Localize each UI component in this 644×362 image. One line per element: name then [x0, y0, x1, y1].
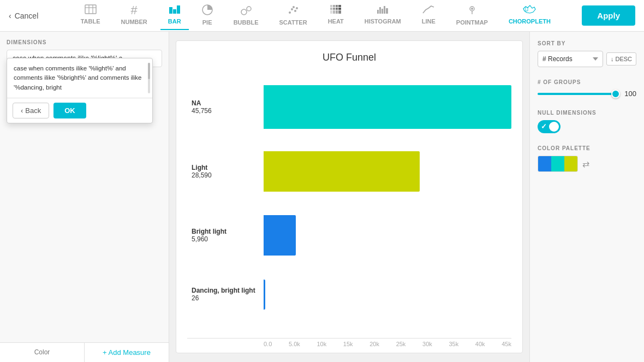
bar-name-dancing: Dancing, bright light [192, 287, 264, 294]
num-groups-section: # OF GROUPS 100 [538, 79, 636, 98]
bar-name-na: NA [192, 99, 264, 107]
svg-rect-15 [330, 5, 332, 7]
dropdown-text: case when comments ilike '%light%' and c… [14, 65, 141, 91]
pointmap-icon [466, 4, 478, 17]
tab-scatter[interactable]: SCATTER [271, 1, 314, 30]
bar-label-na: NA 45,756 [187, 99, 264, 115]
svg-rect-21 [336, 8, 338, 10]
bar-row-na: NA 45,756 [187, 84, 511, 130]
tab-pointmap[interactable]: POINTMAP [449, 1, 496, 30]
tab-pointmap-label: POINTMAP [456, 19, 488, 26]
color-tab[interactable]: Color [0, 343, 85, 362]
bar-label-bright: Bright light 5,960 [187, 228, 264, 243]
tab-heat[interactable]: HEAT [320, 1, 351, 30]
back-button[interactable]: ‹ Back [13, 103, 49, 118]
dropdown-actions: ‹ Back OK [7, 98, 152, 123]
x-axis-label-6: 30k [422, 341, 432, 347]
left-panel: DIMENSIONS case when comments ilike '%li… [0, 32, 169, 362]
svg-rect-29 [381, 9, 383, 14]
tab-bubble-label: BUBBLE [234, 19, 259, 26]
swap-icon[interactable]: ⇄ [582, 159, 589, 169]
svg-rect-25 [336, 10, 338, 14]
svg-rect-19 [330, 8, 332, 10]
svg-rect-26 [338, 10, 341, 14]
svg-point-13 [293, 6, 295, 8]
tab-number[interactable]: # NUMBER [114, 1, 155, 30]
x-axis-label-4: 20k [369, 341, 379, 347]
swatch-1 [551, 156, 564, 171]
bar-na [264, 85, 511, 129]
chart-title: UFO Funnel [187, 52, 511, 63]
svg-point-14 [296, 7, 298, 9]
ok-button[interactable]: OK [53, 103, 86, 118]
swatch-2 [564, 156, 577, 171]
tab-bubble[interactable]: BUBBLE [226, 1, 266, 30]
tab-histogram-label: HISTOGRAM [365, 18, 401, 25]
tab-pie[interactable]: PIE [194, 1, 220, 30]
choropleth-icon [522, 4, 536, 16]
right-panel: SORT BY # Records ↓ DESC # OF GROUPS 100 [529, 32, 644, 362]
palette-swatches[interactable] [538, 156, 578, 172]
dimensions-label: DIMENSIONS [7, 39, 162, 45]
svg-rect-5 [173, 9, 176, 14]
x-axis-label-8: 40k [475, 341, 485, 347]
groups-slider-track[interactable] [538, 93, 617, 95]
null-dimensions-toggle[interactable]: ✓ [538, 120, 560, 133]
tab-number-label: NUMBER [121, 19, 147, 25]
left-bottom-tabs: Color + Add Measure [0, 342, 169, 362]
tab-pie-label: PIE [202, 19, 212, 26]
tab-bar[interactable]: BAR [160, 1, 189, 30]
bar-value-bright: 5,960 [192, 235, 264, 243]
pie-icon [202, 4, 213, 17]
toggle-knob [549, 122, 559, 132]
table-icon [85, 4, 97, 16]
toggle-check-icon: ✓ [541, 122, 547, 130]
svg-rect-20 [333, 8, 335, 10]
tab-choropleth-label: CHOROPLETH [509, 18, 551, 25]
svg-rect-30 [384, 6, 385, 14]
tab-bar-label: BAR [168, 18, 181, 25]
add-measure-label: + Add Measure [103, 348, 151, 357]
main-layout: DIMENSIONS case when comments ilike '%li… [0, 32, 644, 362]
swatch-0 [538, 156, 551, 171]
desc-label: DESC [615, 56, 632, 62]
svg-point-11 [291, 8, 293, 10]
bar-label-dancing: Dancing, bright light 26 [187, 287, 264, 302]
bar-container-bright [264, 213, 511, 257]
tab-line[interactable]: LINE [414, 1, 443, 30]
line-icon [422, 4, 434, 16]
bar-icon [169, 4, 181, 16]
bar-name-bright: Bright light [192, 228, 264, 235]
apply-button[interactable]: Apply [582, 5, 635, 26]
x-axis: 0.0 5.0k 10k 15k 20k 25k 30k 35k 40k 45k [187, 338, 511, 347]
svg-rect-16 [333, 5, 335, 7]
x-axis-label-3: 15k [343, 341, 353, 347]
tab-line-label: LINE [422, 18, 436, 25]
bubble-icon [240, 4, 252, 17]
color-palette-section: COLOR PALETTE ⇄ [538, 145, 636, 172]
desc-badge[interactable]: ↓ DESC [606, 52, 636, 66]
svg-rect-22 [338, 8, 341, 10]
tab-histogram[interactable]: HISTOGRAM [357, 1, 409, 30]
add-measure-tab[interactable]: + Add Measure [85, 343, 169, 362]
cancel-label: Cancel [15, 11, 39, 20]
scrollbar-thumb [148, 63, 150, 79]
svg-rect-24 [333, 10, 335, 14]
bar-container-na [264, 84, 511, 130]
sort-select[interactable]: # Records [538, 51, 603, 67]
svg-rect-31 [386, 8, 388, 14]
null-dimensions-section: NULL DIMENSIONS ✓ [538, 110, 636, 133]
number-icon: # [131, 4, 138, 16]
svg-point-12 [294, 10, 296, 12]
sort-row: # Records ↓ DESC [538, 51, 636, 67]
svg-rect-27 [377, 10, 379, 14]
x-axis-label-2: 10k [317, 341, 326, 347]
bar-container-light [264, 150, 511, 193]
tab-table[interactable]: TABLE [73, 1, 108, 30]
sort-by-label: SORT BY [538, 40, 636, 46]
scrollbar[interactable] [148, 63, 150, 93]
bar-container-dancing [264, 277, 511, 312]
dimension-dropdown: case when comments ilike '%light%' and c… [7, 58, 153, 123]
cancel-button[interactable]: ‹ Cancel [9, 11, 38, 20]
tab-choropleth[interactable]: CHOROPLETH [501, 1, 558, 30]
